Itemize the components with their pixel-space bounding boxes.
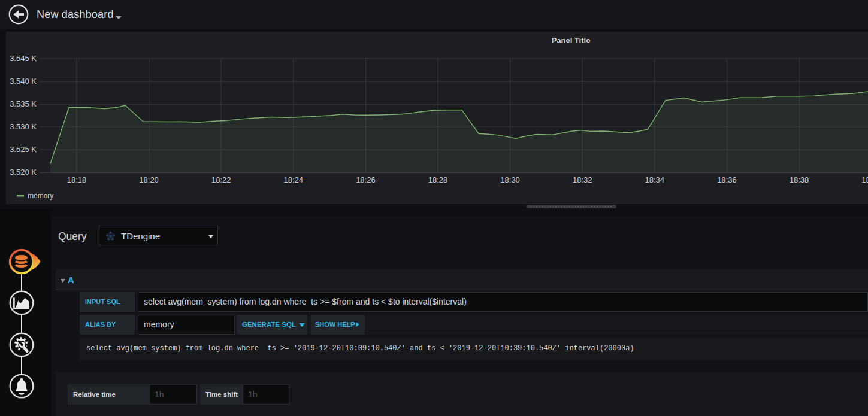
svg-text:18:36: 18:36	[717, 175, 737, 184]
svg-text:18:22: 18:22	[211, 175, 231, 184]
svg-text:18:38: 18:38	[790, 175, 809, 184]
svg-text:18:24: 18:24	[284, 175, 304, 184]
svg-text:3.530 K: 3.530 K	[10, 122, 37, 131]
svg-text:18:32: 18:32	[573, 175, 592, 184]
svg-text:3.540 K: 3.540 K	[10, 77, 37, 86]
svg-text:3.535 K: 3.535 K	[10, 99, 37, 108]
svg-text:18:26: 18:26	[356, 175, 376, 184]
svg-text:18:20: 18:20	[139, 175, 159, 184]
svg-text:18:30: 18:30	[500, 175, 520, 184]
svg-text:3.520 K: 3.520 K	[10, 168, 37, 177]
svg-text:18:40: 18:40	[861, 175, 868, 184]
svg-text:memory: memory	[28, 192, 53, 200]
svg-text:3.545 K: 3.545 K	[10, 54, 37, 63]
svg-text:18:18: 18:18	[67, 175, 87, 184]
svg-text:18:34: 18:34	[645, 175, 665, 184]
svg-text:3.525 K: 3.525 K	[10, 145, 37, 154]
svg-text:18:28: 18:28	[428, 175, 448, 184]
